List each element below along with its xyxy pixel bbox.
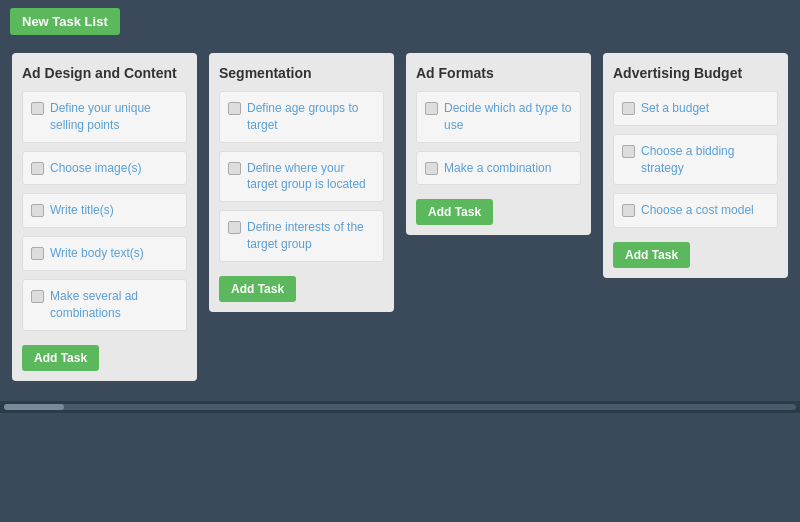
column-col-3: Ad FormatsDecide which ad type to useMak… [406, 53, 591, 235]
task-checkbox-icon[interactable] [31, 247, 44, 260]
task-card: Make several ad combinations [22, 279, 187, 331]
task-card: Set a budget [613, 91, 778, 126]
task-text: Choose a bidding strategy [641, 143, 769, 177]
task-text: Define your unique selling points [50, 100, 178, 134]
task-card: Define your unique selling points [22, 91, 187, 143]
top-bar: New Task List [0, 0, 800, 43]
task-card: Choose a bidding strategy [613, 134, 778, 186]
task-text: Define where your target group is locate… [247, 160, 375, 194]
task-checkbox-icon[interactable] [622, 102, 635, 115]
column-title-col-3: Ad Formats [416, 65, 581, 81]
task-card: Define interests of the target group [219, 210, 384, 262]
task-checkbox-icon[interactable] [228, 102, 241, 115]
task-card: Write title(s) [22, 193, 187, 228]
task-text: Write title(s) [50, 202, 114, 219]
task-card: Choose image(s) [22, 151, 187, 186]
task-text: Choose image(s) [50, 160, 141, 177]
task-text: Decide which ad type to use [444, 100, 572, 134]
task-card: Decide which ad type to use [416, 91, 581, 143]
task-card: Write body text(s) [22, 236, 187, 271]
task-card: Make a combination [416, 151, 581, 186]
task-card: Define age groups to target [219, 91, 384, 143]
task-text: Set a budget [641, 100, 709, 117]
task-checkbox-icon[interactable] [31, 162, 44, 175]
add-task-button-col-1[interactable]: Add Task [22, 345, 99, 371]
column-title-col-4: Advertising Budget [613, 65, 778, 81]
task-checkbox-icon[interactable] [31, 102, 44, 115]
add-task-button-col-4[interactable]: Add Task [613, 242, 690, 268]
column-title-col-2: Segmentation [219, 65, 384, 81]
scrollbar-track [4, 404, 796, 410]
task-text: Make several ad combinations [50, 288, 178, 322]
task-text: Define interests of the target group [247, 219, 375, 253]
task-text: Choose a cost model [641, 202, 754, 219]
task-checkbox-icon[interactable] [228, 221, 241, 234]
task-checkbox-icon[interactable] [425, 102, 438, 115]
column-col-4: Advertising BudgetSet a budgetChoose a b… [603, 53, 788, 278]
task-checkbox-icon[interactable] [228, 162, 241, 175]
scrollbar-area[interactable] [0, 401, 800, 413]
task-checkbox-icon[interactable] [622, 204, 635, 217]
task-text: Make a combination [444, 160, 551, 177]
column-col-1: Ad Design and ContentDefine your unique … [12, 53, 197, 381]
task-card: Choose a cost model [613, 193, 778, 228]
task-checkbox-icon[interactable] [31, 290, 44, 303]
task-checkbox-icon[interactable] [622, 145, 635, 158]
board: Ad Design and ContentDefine your unique … [0, 43, 800, 401]
task-checkbox-icon[interactable] [31, 204, 44, 217]
new-task-list-button[interactable]: New Task List [10, 8, 120, 35]
column-title-col-1: Ad Design and Content [22, 65, 187, 81]
scrollbar-thumb[interactable] [4, 404, 64, 410]
add-task-button-col-3[interactable]: Add Task [416, 199, 493, 225]
task-text: Define age groups to target [247, 100, 375, 134]
task-text: Write body text(s) [50, 245, 144, 262]
add-task-button-col-2[interactable]: Add Task [219, 276, 296, 302]
column-col-2: SegmentationDefine age groups to targetD… [209, 53, 394, 312]
task-card: Define where your target group is locate… [219, 151, 384, 203]
task-checkbox-icon[interactable] [425, 162, 438, 175]
